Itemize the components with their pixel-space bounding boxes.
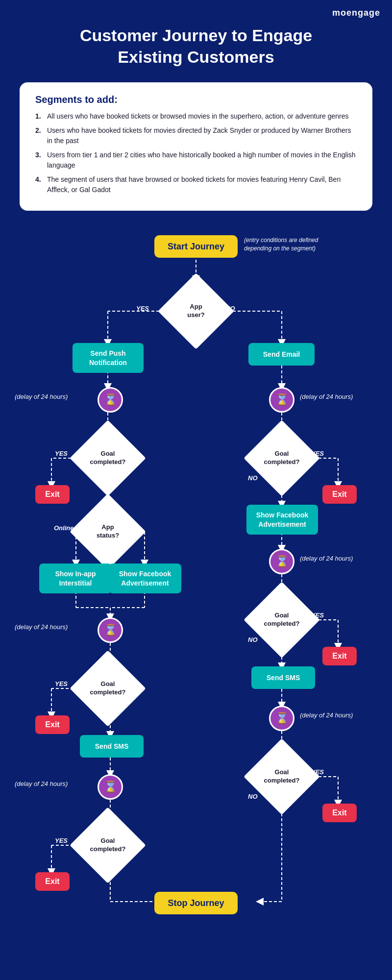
show-facebook-left-node[interactable]: Show FacebookAdvertisement — [109, 564, 181, 593]
hourglass-icon-2: ⌛ — [275, 393, 289, 406]
exit-left-2[interactable]: Exit — [35, 715, 70, 734]
send-sms-right-label: Send SMS — [267, 673, 300, 682]
app-status-diamond: Appstatus? — [81, 505, 135, 559]
start-journey-node[interactable]: Start Journey — [154, 235, 238, 258]
send-email-label: Send Email — [263, 350, 300, 359]
goal3-left-label: Goalcompleted? — [81, 818, 135, 872]
show-inapp-label: Show In-appInterstitial — [55, 569, 96, 587]
goal2-right-label: Goalcompleted? — [255, 593, 309, 647]
goal1-left-diamond: Goalcompleted? — [81, 431, 135, 485]
hourglass-icon-5: ⌛ — [104, 781, 117, 793]
goal2-left-label: Goalcompleted? — [81, 662, 135, 715]
logo: moengage — [332, 8, 380, 18]
goal1-right-label: Goalcompleted? — [255, 431, 309, 485]
timer-left-3: ⌛ — [98, 774, 123, 800]
delay-label-5: (delay of 24 hours) — [15, 780, 68, 787]
segment-item: All users who have booked tickets or bro… — [35, 111, 357, 122]
delay-label-4: (delay of 24 hours) — [300, 555, 353, 562]
show-inapp-node[interactable]: Show In-appInterstitial — [39, 564, 112, 593]
show-facebook-right-label: Show FacebookAdvertisement — [256, 511, 309, 528]
show-facebook-left-label: Show FacebookAdvertisement — [119, 569, 172, 587]
exit-label-3: Exit — [45, 720, 59, 729]
goal2-right-diamond: Goalcompleted? — [255, 593, 309, 647]
send-push-label: Send PushNotification — [89, 349, 127, 367]
goal2-left-diamond: Goalcompleted? — [81, 662, 135, 715]
goal3-right-diamond: Goalcompleted? — [255, 750, 309, 804]
exit-label-5: Exit — [45, 877, 59, 886]
send-sms-right-node[interactable]: Send SMS — [251, 666, 315, 689]
send-sms-left-label: Send SMS — [95, 742, 128, 751]
goal1-right-diamond: Goalcompleted? — [255, 431, 309, 485]
stop-journey-label: Stop Journey — [168, 898, 224, 908]
timer-right-1: ⌛ — [269, 387, 294, 413]
exit-label-2: Exit — [332, 490, 346, 499]
goal3-right-label: Goalcompleted? — [255, 750, 309, 804]
send-push-node[interactable]: Send PushNotification — [73, 343, 144, 372]
stop-journey-node[interactable]: Stop Journey — [154, 892, 238, 914]
segment-item: Users who have booked tickets for movies… — [35, 125, 357, 146]
exit-left-1[interactable]: Exit — [35, 485, 70, 504]
segment-item: The segment of users that have browsed o… — [35, 174, 357, 195]
segments-list: All users who have booked tickets or bro… — [35, 111, 357, 195]
goal3-left-diamond: Goalcompleted? — [81, 818, 135, 872]
exit-label-1: Exit — [45, 490, 59, 499]
exit-right-1[interactable]: Exit — [322, 485, 357, 504]
yes-label-1: YES — [136, 305, 149, 312]
exit-label-4: Exit — [332, 652, 346, 661]
timer-right-2: ⌛ — [269, 549, 294, 574]
goal1-left-label: Goalcompleted? — [81, 431, 135, 485]
app-user-diamond: Appuser? — [169, 284, 223, 338]
start-journey-label: Start Journey — [168, 242, 224, 252]
yes-label-4: YES — [55, 680, 68, 687]
timer-right-3: ⌛ — [269, 706, 294, 731]
exit-left-3[interactable]: Exit — [35, 872, 70, 891]
exit-right-3[interactable]: Exit — [322, 804, 357, 822]
send-sms-left-node[interactable]: Send SMS — [80, 735, 144, 758]
delay-label-1: (delay of 24 hours) — [15, 393, 68, 400]
segments-card: Segments to add: All users who have book… — [20, 82, 372, 211]
segments-heading: Segments to add: — [35, 94, 357, 105]
delay-label-6: (delay of 24 hours) — [300, 711, 353, 719]
flowchart: Start Journey (entry conditions are defi… — [0, 225, 392, 936]
yes-label-6: YES — [55, 837, 68, 844]
hourglass-icon-6: ⌛ — [275, 712, 289, 725]
exit-label-6: Exit — [332, 808, 346, 817]
entry-condition-label: (entry conditions are defined depending … — [244, 236, 322, 253]
hourglass-icon-1: ⌛ — [104, 393, 117, 406]
yes-label-2: YES — [55, 450, 68, 457]
timer-left-1: ⌛ — [98, 387, 123, 413]
show-facebook-right-node[interactable]: Show FacebookAdvertisement — [246, 505, 318, 534]
exit-right-2[interactable]: Exit — [322, 647, 357, 665]
segment-item: Users from tier 1 and tier 2 cities who … — [35, 150, 357, 171]
delay-label-2: (delay of 24 hours) — [300, 393, 353, 400]
send-email-node[interactable]: Send Email — [248, 343, 315, 366]
timer-left-2: ⌛ — [98, 617, 123, 643]
app-status-label: Appstatus? — [81, 505, 135, 559]
hourglass-icon-3: ⌛ — [104, 624, 117, 637]
delay-label-3: (delay of 24 hours) — [15, 623, 68, 631]
app-user-label: Appuser? — [169, 284, 223, 338]
hourglass-icon-4: ⌛ — [275, 555, 289, 568]
